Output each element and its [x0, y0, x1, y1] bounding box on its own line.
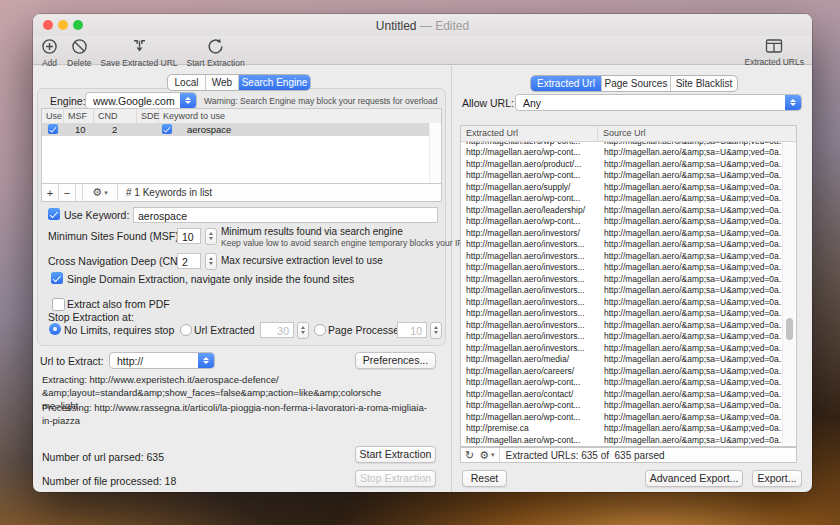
chevron-up-down-icon [198, 353, 214, 368]
save-extracted-url-button[interactable]: Save Extracted URL [101, 38, 178, 68]
table-scrollbar-track[interactable] [782, 142, 795, 445]
url-to-extract-dropdown[interactable]: http:// [109, 352, 215, 369]
allow-url-dropdown[interactable]: Any [515, 94, 802, 111]
table-row[interactable]: http://magellan.aero/investors... http:/… [461, 331, 783, 343]
sde-checkbox[interactable] [162, 123, 172, 133]
preferences-button[interactable]: Preferences... [355, 352, 436, 369]
table-row[interactable]: http://magellan.aero/investors... http:/… [461, 239, 783, 251]
keywords-scrollbar[interactable] [429, 123, 441, 184]
table-row[interactable]: http://magellan.aero/investors/ http://m… [461, 227, 783, 239]
use-keyword-field[interactable]: aerospace [133, 207, 438, 223]
keywords-table-footer: + − ⚙ ▾ # 1 Keywords in list [42, 183, 441, 201]
table-row[interactable]: http://magellan.aero/wp-cont... http://m… [461, 400, 783, 412]
table-row[interactable]: http://magellan.aero/wp-cont... http://m… [461, 377, 783, 389]
tab-web[interactable]: Web [206, 75, 239, 90]
msf-help: Minimum results found via search engine [221, 226, 403, 237]
extracted-urls-table: Extracted Url Source Url http://magellan… [460, 125, 797, 447]
reset-button[interactable]: Reset [462, 470, 507, 487]
table-row[interactable]: http://magellan.aero/wp-cont... http://m… [461, 193, 783, 205]
allow-url-label: Allow URL: [462, 97, 514, 109]
table-row[interactable]: http://magellan.aero/wp-cont... http://m… [461, 411, 783, 423]
extracted-url-cell: http://magellan.aero/wp-cont... [461, 400, 598, 410]
column-header-extracted-url[interactable]: Extracted Url [461, 126, 598, 141]
status-separator [499, 448, 500, 462]
export-button[interactable]: Export... [752, 470, 802, 487]
keyword-row[interactable]: 10 2 aerospace [42, 123, 441, 136]
title-bar[interactable]: Untitled — Edited [33, 14, 812, 36]
table-row[interactable]: http://magellan.aero/investors... http:/… [461, 273, 783, 285]
start-extraction-action-button[interactable]: Start Extraction [355, 446, 436, 463]
refresh-icon[interactable]: ↻ [465, 450, 474, 461]
table-row[interactable]: http://premise.ca http://magellan.aero/&… [461, 423, 783, 435]
column-header-sde[interactable]: SDE [137, 109, 159, 123]
extracted-url-cell: http://magellan.aero/investors... [461, 239, 598, 249]
cnd-stepper[interactable] [205, 253, 217, 270]
table-row[interactable]: http://magellan.aero/investors... http:/… [461, 296, 783, 308]
add-keyword-button[interactable]: + [42, 184, 59, 201]
stop-extraction-action-button[interactable]: Stop Extraction [355, 470, 436, 487]
column-header-use[interactable]: Use [42, 109, 64, 123]
engine-dropdown[interactable]: www.Google.com [85, 92, 197, 109]
page-processed-stepper[interactable] [430, 322, 442, 339]
tab-extracted-url[interactable]: Extracted Url [531, 76, 602, 91]
no-limits-radio[interactable] [49, 323, 61, 335]
start-extraction-button[interactable]: Start Extraction [187, 38, 245, 68]
extracted-url-cell: http://magellan.aero/careers/ [461, 366, 598, 376]
msf-field[interactable]: 10 [177, 228, 201, 244]
advanced-export-button[interactable]: Advanced Export... [645, 470, 743, 487]
tab-page-sources[interactable]: Page Sources [602, 76, 671, 91]
source-url-cell: http://magellan.aero/&amp;sa=U&amp;ved=0… [598, 159, 783, 169]
page-processed-radio[interactable] [314, 324, 326, 336]
table-row[interactable]: http://magellan.aero/investors... http:/… [461, 250, 783, 262]
table-row[interactable]: http://magellan.aero/product/... http://… [461, 158, 783, 170]
column-header-keyword[interactable]: Keyword to use [159, 109, 441, 123]
add-button[interactable]: Add [41, 38, 58, 68]
tab-site-blacklist[interactable]: Site Blacklist [671, 76, 737, 91]
extract-pdf-checkbox[interactable] [52, 298, 65, 311]
keyword-actions-menu[interactable]: ⚙ ▾ [82, 184, 118, 201]
extracted-url-cell: http://magellan.aero/investors... [461, 343, 598, 353]
table-row[interactable]: http://magellan.aero/wp-cont... http://m… [461, 434, 783, 445]
table-scrollbar-thumb[interactable] [786, 318, 793, 340]
use-keyword-checkbox[interactable] [48, 208, 60, 220]
column-header-source-url[interactable]: Source Url [598, 126, 796, 141]
table-row[interactable]: http://magellan.aero/investors... http:/… [461, 285, 783, 297]
table-row[interactable]: http://magellan.aero/leadership/ http://… [461, 204, 783, 216]
table-row[interactable]: http://magellan.aero/wp-cont... http://m… [461, 216, 783, 228]
extracted-urls-table-body: http://magellan.aero/wp-cont... http://m… [461, 142, 783, 445]
cnd-field[interactable]: 2 [177, 253, 201, 269]
column-header-msf[interactable]: MSF [64, 109, 94, 123]
tab-local[interactable]: Local [168, 75, 206, 90]
table-row[interactable]: http://magellan.aero/investors... http:/… [461, 342, 783, 354]
gear-icon[interactable]: ⚙ [479, 450, 489, 461]
source-url-cell: http://magellan.aero/&amp;sa=U&amp;ved=0… [598, 285, 783, 295]
table-row[interactable]: http://magellan.aero/media/ http://magel… [461, 354, 783, 366]
table-row[interactable]: http://magellan.aero/investors... http:/… [461, 319, 783, 331]
url-extracted-limit-field[interactable]: 30 [260, 322, 294, 338]
url-extracted-radio[interactable] [180, 324, 192, 336]
single-domain-checkbox[interactable] [51, 272, 63, 284]
page-processed-limit-field[interactable]: 10 [397, 322, 427, 338]
source-url-cell: http://magellan.aero/&amp;sa=U&amp;ved=0… [598, 170, 783, 180]
url-extracted-stepper[interactable] [297, 322, 309, 339]
delete-button[interactable]: Delete [67, 38, 92, 68]
table-row[interactable]: http://magellan.aero/investors... http:/… [461, 308, 783, 320]
table-row[interactable]: http://magellan.aero/careers/ http://mag… [461, 365, 783, 377]
chevron-down-icon: ▾ [491, 451, 495, 459]
use-checkbox[interactable] [48, 123, 58, 133]
table-row[interactable]: http://magellan.aero/wp-cont... http://m… [461, 170, 783, 182]
table-row[interactable]: http://magellan.aero/contact/ http://mag… [461, 388, 783, 400]
source-url-cell: http://magellan.aero/&amp;sa=U&amp;ved=0… [598, 389, 783, 399]
msf-stepper[interactable] [205, 228, 217, 245]
extracted-url-cell: http://magellan.aero/supply/ [461, 182, 598, 192]
extracted-url-cell: http://magellan.aero/wp-cont... [461, 216, 598, 226]
extracted-url-cell: http://magellan.aero/contact/ [461, 389, 598, 399]
tab-search-engine[interactable]: Search Engine [239, 75, 310, 90]
table-row[interactable]: http://magellan.aero/investors... http:/… [461, 262, 783, 274]
extracted-urls-panel-button[interactable]: Extracted URLs [744, 38, 804, 67]
source-url-cell: http://magellan.aero/&amp;sa=U&amp;ved=0… [598, 343, 783, 353]
table-row[interactable]: http://magellan.aero/supply/ http://mage… [461, 181, 783, 193]
table-row[interactable]: http://magellan.aero/wp-cont... http://m… [461, 147, 783, 159]
remove-keyword-button[interactable]: − [59, 184, 76, 201]
column-header-cnd[interactable]: CND [94, 109, 137, 123]
